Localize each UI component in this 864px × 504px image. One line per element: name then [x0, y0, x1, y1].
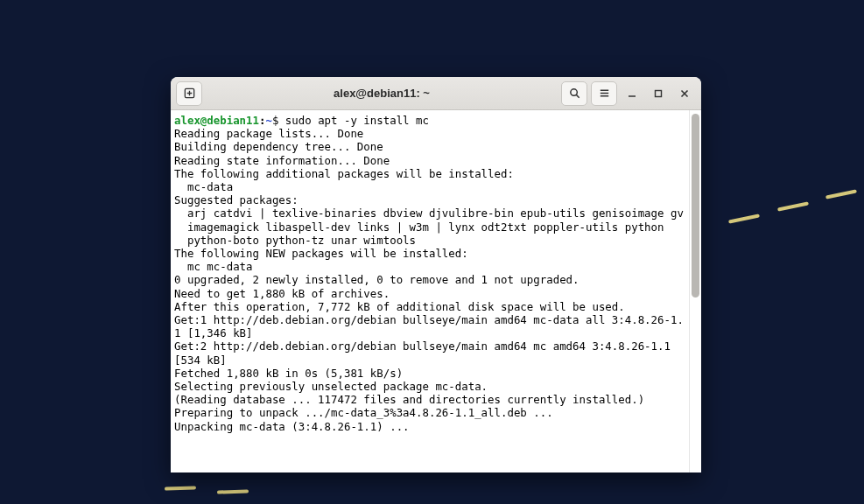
- terminal-output[interactable]: alex@debian11:~$ sudo apt -y install mc …: [171, 110, 689, 472]
- terminal-line: The following additional packages will b…: [174, 167, 514, 180]
- scrollbar-thumb[interactable]: [692, 114, 699, 298]
- terminal-line: mc-data: [174, 180, 233, 193]
- bg-dash: [728, 214, 760, 223]
- prompt-cmd: sudo apt -y install mc: [285, 114, 429, 127]
- terminal-line: Reading state information... Done: [174, 154, 390, 167]
- bg-dash: [217, 489, 249, 494]
- maximize-button[interactable]: [647, 82, 670, 105]
- terminal-line: Reading package lists... Done: [174, 127, 363, 140]
- window-title: alex@debian11: ~: [206, 87, 558, 100]
- terminal-line: Selecting previously unselected package …: [174, 380, 488, 393]
- bg-dash: [825, 189, 857, 199]
- prompt-path: ~: [265, 114, 271, 127]
- titlebar-right: [561, 81, 696, 106]
- titlebar[interactable]: alex@debian11: ~: [171, 77, 701, 110]
- minimize-button[interactable]: [621, 82, 643, 105]
- scrollbar[interactable]: [689, 110, 701, 472]
- prompt-dollar: $: [272, 114, 285, 127]
- terminal-line: Get:1 http://deb.debian.org/debian bulls…: [174, 313, 684, 340]
- terminal-line: Preparing to unpack .../mc-data_3%3a4.8.…: [174, 406, 553, 419]
- svg-rect-9: [656, 90, 662, 96]
- terminal-line: Fetched 1,880 kB in 0s (5,381 kB/s): [174, 367, 403, 380]
- terminal-line: After this operation, 7,772 kB of additi…: [174, 300, 625, 313]
- terminal-line: Get:2 http://deb.debian.org/debian bulls…: [174, 340, 677, 366]
- minimize-icon: [627, 88, 637, 99]
- terminal-line: python-boto python-tz unar wimtools: [174, 234, 416, 247]
- svg-point-3: [570, 89, 577, 96]
- terminal-line: Unpacking mc-data (3:4.8.26-1.1) ...: [174, 420, 410, 433]
- search-icon: [568, 87, 581, 100]
- terminal-line: (Reading database ... 117472 files and d…: [174, 393, 644, 406]
- terminal-line: imagemagick libaspell-dev links | w3m | …: [174, 220, 664, 234]
- terminal-line: mc mc-data: [174, 260, 253, 273]
- new-tab-button[interactable]: [176, 81, 202, 106]
- svg-line-4: [576, 94, 579, 97]
- terminal-line: arj catdvi | texlive-binaries dbview djv…: [174, 206, 684, 220]
- terminal-body: alex@debian11:~$ sudo apt -y install mc …: [171, 110, 701, 472]
- new-tab-icon: [183, 87, 196, 100]
- terminal-line: 0 upgraded, 2 newly installed, 0 to remo…: [174, 273, 580, 286]
- terminal-line: The following NEW packages will be insta…: [174, 247, 468, 260]
- maximize-icon: [653, 88, 664, 99]
- terminal-line: Building dependency tree... Done: [174, 140, 383, 153]
- terminal-line: Need to get 1,880 kB of archives.: [174, 287, 390, 300]
- close-icon: [679, 88, 690, 99]
- terminal-window: alex@debian11: ~: [171, 77, 701, 472]
- bg-dash: [165, 486, 196, 490]
- search-button[interactable]: [561, 81, 587, 106]
- close-button[interactable]: [673, 82, 696, 105]
- hamburger-icon: [598, 87, 611, 100]
- prompt-user: alex@debian11: [174, 114, 259, 127]
- terminal-line: Suggested packages:: [174, 193, 299, 206]
- menu-button[interactable]: [591, 81, 617, 106]
- bg-dash: [777, 201, 809, 211]
